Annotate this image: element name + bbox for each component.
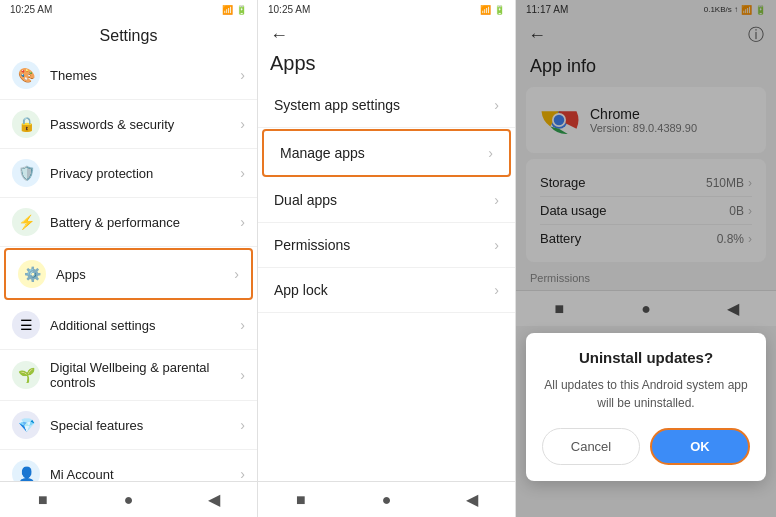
manage-apps-label: Manage apps xyxy=(280,145,488,161)
manage-apps-chevron: › xyxy=(488,145,493,161)
settings-item-privacy[interactable]: 🛡️ Privacy protection › xyxy=(0,149,257,198)
settings-nav-back[interactable]: ◀ xyxy=(202,488,226,512)
sim-icon: 📶 xyxy=(222,5,233,15)
battery-label: Battery & performance xyxy=(50,215,240,230)
apps-time: 10:25 AM xyxy=(268,4,310,15)
settings-item-digital[interactable]: 🌱 Digital Wellbeing & parental controls … xyxy=(0,350,257,401)
privacy-chevron: › xyxy=(240,165,245,181)
mi-label: Mi Account xyxy=(50,467,240,482)
apps-nav-circle[interactable]: ● xyxy=(374,488,398,512)
apps-sim-icon: 📶 xyxy=(480,5,491,15)
dual-apps-chevron: › xyxy=(494,192,499,208)
special-icon: 💎 xyxy=(12,411,40,439)
dual-apps-label: Dual apps xyxy=(274,192,494,208)
dialog-message: All updates to this Android system app w… xyxy=(542,376,750,412)
dialog-title: Uninstall updates? xyxy=(542,349,750,366)
privacy-label: Privacy protection xyxy=(50,166,240,181)
apps-label: Apps xyxy=(56,267,234,282)
mi-chevron: › xyxy=(240,466,245,481)
passwords-chevron: › xyxy=(240,116,245,132)
apps-item-permissions[interactable]: Permissions › xyxy=(258,223,515,268)
appinfo-panel: 11:17 AM 0.1KB/s ↑ 📶 🔋 ← ⓘ App info Chro… xyxy=(516,0,776,517)
apps-header: ← xyxy=(258,19,515,48)
special-chevron: › xyxy=(240,417,245,433)
system-app-chevron: › xyxy=(494,97,499,113)
mi-icon: 👤 xyxy=(12,460,40,481)
apps-item-dual[interactable]: Dual apps › xyxy=(258,178,515,223)
settings-list: 🎨 Themes › 🔒 Passwords & security › 🛡️ P… xyxy=(0,51,257,481)
apps-icon: ⚙️ xyxy=(18,260,46,288)
permissions-label: Permissions xyxy=(274,237,494,253)
settings-status-bar: 10:25 AM 📶 🔋 xyxy=(0,0,257,19)
special-label: Special features xyxy=(50,418,240,433)
apps-title: Apps xyxy=(258,48,515,83)
settings-item-special[interactable]: 💎 Special features › xyxy=(0,401,257,450)
additional-chevron: › xyxy=(240,317,245,333)
cancel-button[interactable]: Cancel xyxy=(542,428,640,465)
privacy-icon: 🛡️ xyxy=(12,159,40,187)
settings-status-icons: 📶 🔋 xyxy=(222,5,247,15)
apps-back-button[interactable]: ← xyxy=(270,25,288,46)
apps-nav-bar: ■ ● ◀ xyxy=(258,481,515,517)
themes-chevron: › xyxy=(240,67,245,83)
uninstall-dialog: Uninstall updates? All updates to this A… xyxy=(526,333,766,481)
digital-chevron: › xyxy=(240,367,245,383)
permissions-chevron: › xyxy=(494,237,499,253)
digital-icon: 🌱 xyxy=(12,361,40,389)
additional-label: Additional settings xyxy=(50,318,240,333)
settings-item-apps[interactable]: ⚙️ Apps › xyxy=(4,248,253,300)
settings-panel: 10:25 AM 📶 🔋 Settings 🎨 Themes › 🔒 Passw… xyxy=(0,0,258,517)
settings-nav-circle[interactable]: ● xyxy=(116,488,140,512)
apps-item-system[interactable]: System app settings › xyxy=(258,83,515,128)
apps-nav-square[interactable]: ■ xyxy=(289,488,313,512)
settings-nav-square[interactable]: ■ xyxy=(31,488,55,512)
dialog-buttons: Cancel OK xyxy=(542,428,750,465)
passwords-icon: 🔒 xyxy=(12,110,40,138)
app-lock-chevron: › xyxy=(494,282,499,298)
dialog-overlay: Uninstall updates? All updates to this A… xyxy=(516,0,776,517)
settings-item-themes[interactable]: 🎨 Themes › xyxy=(0,51,257,100)
ok-button[interactable]: OK xyxy=(650,428,750,465)
apps-chevron: › xyxy=(234,266,239,282)
apps-list: System app settings › Manage apps › Dual… xyxy=(258,83,515,481)
apps-nav-back[interactable]: ◀ xyxy=(460,488,484,512)
battery-chevron: › xyxy=(240,214,245,230)
digital-label: Digital Wellbeing & parental controls xyxy=(50,360,240,390)
battery-perf-icon: ⚡ xyxy=(12,208,40,236)
apps-panel: 10:25 AM 📶 🔋 ← Apps System app settings … xyxy=(258,0,516,517)
themes-label: Themes xyxy=(50,68,240,83)
settings-time: 10:25 AM xyxy=(10,4,52,15)
settings-title: Settings xyxy=(0,19,257,51)
battery-icon: 🔋 xyxy=(236,5,247,15)
apps-status-bar: 10:25 AM 📶 🔋 xyxy=(258,0,515,19)
passwords-label: Passwords & security xyxy=(50,117,240,132)
settings-item-battery[interactable]: ⚡ Battery & performance › xyxy=(0,198,257,247)
themes-icon: 🎨 xyxy=(12,61,40,89)
apps-item-manage[interactable]: Manage apps › xyxy=(262,129,511,177)
settings-nav-bar: ■ ● ◀ xyxy=(0,481,257,517)
system-app-settings-label: System app settings xyxy=(274,97,494,113)
apps-status-icons: 📶 🔋 xyxy=(480,5,505,15)
apps-item-applock[interactable]: App lock › xyxy=(258,268,515,313)
settings-item-additional[interactable]: ☰ Additional settings › xyxy=(0,301,257,350)
apps-battery-icon: 🔋 xyxy=(494,5,505,15)
additional-icon: ☰ xyxy=(12,311,40,339)
settings-item-passwords[interactable]: 🔒 Passwords & security › xyxy=(0,100,257,149)
app-lock-label: App lock xyxy=(274,282,494,298)
settings-item-mi[interactable]: 👤 Mi Account › xyxy=(0,450,257,481)
